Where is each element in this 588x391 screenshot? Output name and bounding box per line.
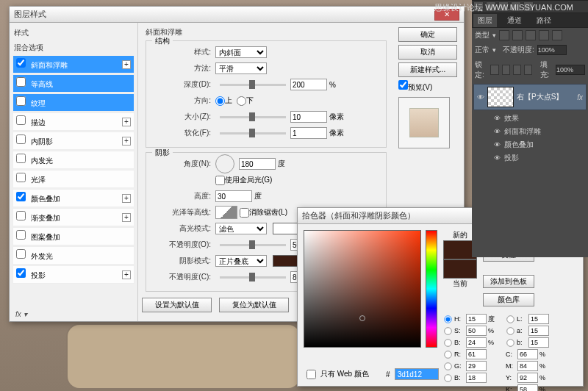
m-input[interactable] <box>517 361 538 371</box>
layer-row[interactable]: 👁 右【P大点S】 fx <box>473 84 587 110</box>
global-light-checkbox[interactable] <box>215 176 225 185</box>
layer-styles-titlebar[interactable]: 图层样式 ✕ <box>10 7 464 23</box>
style-select[interactable]: 内斜面 <box>215 46 267 58</box>
lb-radio[interactable] <box>506 339 514 346</box>
lock-icon[interactable] <box>490 65 498 75</box>
opacity-input[interactable] <box>537 45 567 55</box>
effect-coloroverlay[interactable]: 👁 颜色叠加 <box>472 138 588 151</box>
plus-icon[interactable]: + <box>122 194 131 203</box>
lock-icon[interactable] <box>513 65 521 75</box>
style-item-1[interactable]: 等高线 <box>12 74 135 93</box>
effect-dropshadow[interactable]: 👁 投影 <box>472 151 588 165</box>
reset-default-button[interactable]: 复位为默认值 <box>219 298 289 312</box>
plus-icon[interactable]: + <box>122 137 131 146</box>
lock-icon[interactable] <box>502 65 510 75</box>
a-input[interactable] <box>528 326 549 336</box>
blend-options-header[interactable]: 混合选项 <box>12 40 135 55</box>
style-checkbox[interactable] <box>16 249 26 259</box>
style-item-4[interactable]: 内阴影+ <box>12 132 135 150</box>
effects-label[interactable]: 👁 效果 <box>472 112 588 125</box>
l-input[interactable] <box>528 314 549 324</box>
style-item-8[interactable]: 渐变叠加+ <box>12 208 135 226</box>
web-only-checkbox[interactable] <box>306 370 316 379</box>
lock-icon[interactable] <box>524 65 532 75</box>
style-item-6[interactable]: 光泽 <box>12 170 135 188</box>
style-checkbox[interactable] <box>16 173 26 182</box>
ok-button[interactable]: 确定 <box>398 27 457 42</box>
satval-marker[interactable] <box>359 315 365 321</box>
plus-icon[interactable]: + <box>122 60 131 69</box>
y-input[interactable] <box>517 373 538 383</box>
style-checkbox[interactable] <box>16 77 26 87</box>
highlight-opacity-slider[interactable] <box>220 244 286 246</box>
current-color-swatch[interactable] <box>443 259 477 279</box>
s-input[interactable] <box>466 326 487 336</box>
effect-bevel[interactable]: 👁 斜面和浮雕 <box>472 125 588 138</box>
r-input[interactable] <box>466 349 487 359</box>
style-checkbox[interactable] <box>16 58 26 68</box>
highlight-mode-select[interactable]: 滤色 <box>215 223 267 234</box>
plus-icon[interactable]: + <box>122 270 131 279</box>
bval-radio[interactable] <box>444 374 451 381</box>
style-item-7[interactable]: 颜色叠加+ <box>12 189 135 207</box>
color-library-button[interactable]: 颜色库 <box>483 293 534 306</box>
style-checkbox[interactable] <box>16 115 26 125</box>
style-checkbox[interactable] <box>16 134 26 144</box>
filter-icon[interactable] <box>539 30 549 40</box>
direction-up-radio[interactable] <box>215 96 225 106</box>
gloss-contour-picker[interactable] <box>215 206 237 219</box>
style-item-0[interactable]: 斜面和浮雕+ <box>12 55 135 73</box>
style-item-2[interactable]: 纹理 <box>12 93 135 112</box>
h-input[interactable] <box>466 314 487 324</box>
fill-input[interactable] <box>556 65 585 75</box>
style-item-11[interactable]: 投影+ <box>12 265 135 284</box>
style-item-5[interactable]: 内发光 <box>12 151 135 169</box>
plus-icon[interactable]: + <box>122 213 131 222</box>
style-checkbox[interactable] <box>16 211 26 220</box>
filter-icon[interactable] <box>552 30 562 40</box>
filter-icon[interactable] <box>512 30 523 40</box>
b-input[interactable] <box>466 337 487 348</box>
filter-icon[interactable] <box>499 30 509 40</box>
angle-dial[interactable] <box>215 154 234 173</box>
g-radio[interactable] <box>444 362 451 370</box>
blend-mode-select[interactable]: 正常 <box>475 45 490 55</box>
c-input[interactable] <box>517 349 538 359</box>
set-default-button[interactable]: 设置为默认值 <box>142 298 212 312</box>
angle-input[interactable] <box>239 158 276 170</box>
cancel-button[interactable]: 取消 <box>398 45 457 60</box>
style-item-3[interactable]: 描边+ <box>12 112 135 131</box>
shadow-opacity-slider[interactable] <box>220 276 286 279</box>
soften-slider[interactable] <box>220 132 286 134</box>
soften-input[interactable] <box>290 127 327 139</box>
bval-input[interactable] <box>466 373 487 383</box>
plus-icon[interactable]: + <box>122 118 131 126</box>
a-radio[interactable] <box>506 327 514 334</box>
style-checkbox[interactable] <box>16 192 26 201</box>
s-radio[interactable] <box>444 327 451 334</box>
filter-icon[interactable] <box>526 30 536 40</box>
style-checkbox[interactable] <box>16 230 26 240</box>
layer-thumbnail[interactable] <box>487 87 514 107</box>
fx-badge[interactable]: fx <box>577 93 583 101</box>
tab-paths[interactable]: 路径 <box>532 14 556 27</box>
tab-channels[interactable]: 通道 <box>503 14 526 27</box>
style-checkbox[interactable] <box>16 268 26 278</box>
k-input[interactable] <box>517 384 538 391</box>
visibility-icon[interactable]: 👁 <box>477 93 484 101</box>
hex-input[interactable] <box>395 368 439 380</box>
antialias-checkbox[interactable] <box>240 208 249 218</box>
r-radio[interactable] <box>444 351 451 358</box>
preview-checkbox[interactable] <box>398 80 408 90</box>
fx-menu[interactable]: fx ▾ <box>15 310 27 318</box>
kind-filter[interactable]: 类型 <box>475 30 490 40</box>
tab-layers[interactable]: 图层 <box>473 14 497 27</box>
l-radio[interactable] <box>506 315 514 323</box>
method-select[interactable]: 平滑 <box>215 62 267 74</box>
style-item-9[interactable]: 图案叠加 <box>12 227 135 245</box>
b-radio[interactable] <box>444 339 451 346</box>
new-style-button[interactable]: 新建样式... <box>398 62 457 77</box>
depth-slider[interactable] <box>220 84 286 86</box>
altitude-input[interactable] <box>215 190 252 202</box>
size-slider[interactable] <box>220 116 286 118</box>
